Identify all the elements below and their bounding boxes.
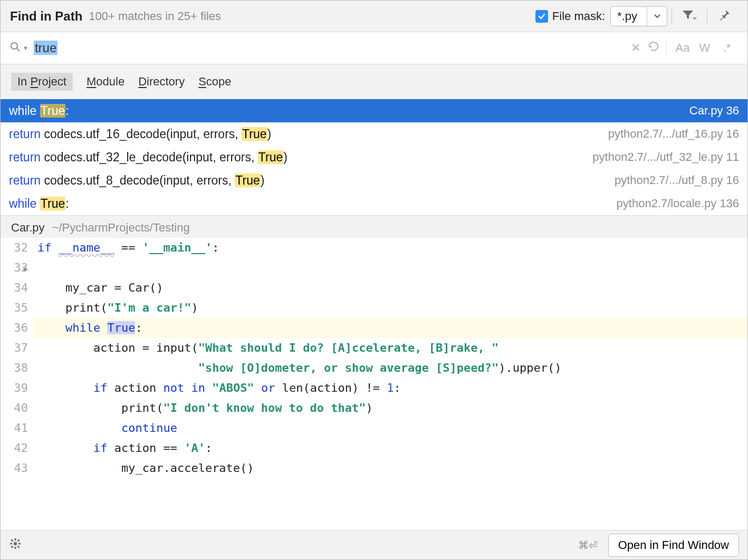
scope-tab-m[interactable]: Module bbox=[87, 75, 124, 89]
dialog-header: Find in Path 100+ matches in 25+ files F… bbox=[1, 1, 747, 32]
svg-line-10 bbox=[18, 539, 20, 541]
file-mask-value: *.py bbox=[611, 9, 647, 23]
gutter: 32 ▶3334353637383940414243 bbox=[1, 238, 33, 530]
search-row: ▼ true ✕ Aa W .* bbox=[1, 32, 747, 64]
svg-line-8 bbox=[18, 546, 20, 547]
dialog-title: Find in Path bbox=[10, 9, 82, 24]
scope-tab-p[interactable]: In Project bbox=[11, 73, 73, 91]
shortcut-label: ⌘⏎ bbox=[578, 539, 598, 552]
file-mask-select[interactable]: *.py bbox=[610, 6, 667, 26]
svg-line-9 bbox=[12, 546, 13, 547]
file-mask-label: File mask: bbox=[552, 9, 605, 23]
result-row[interactable]: while True:Car.py 36 bbox=[1, 99, 747, 122]
scope-tab-d[interactable]: Directory bbox=[138, 75, 185, 89]
search-history-caret-icon[interactable]: ▼ bbox=[23, 45, 28, 51]
code-area[interactable]: if __name__ == '__main__': my_car = Car(… bbox=[33, 238, 747, 530]
open-in-find-window-button[interactable]: Open in Find Window bbox=[608, 534, 739, 557]
words-toggle[interactable]: W bbox=[694, 41, 716, 55]
preview-header: Car.py ~/PycharmProjects/Testing bbox=[1, 215, 747, 238]
scope-tab-s[interactable]: Scope bbox=[198, 75, 231, 89]
result-row[interactable]: return codecs.utf_16_decode(input, error… bbox=[1, 122, 747, 146]
scope-tabs: In ProjectModuleDirectoryScope bbox=[1, 64, 747, 99]
file-mask-checkbox[interactable] bbox=[535, 10, 548, 23]
result-row[interactable]: while True:python2.7/locale.py 136 bbox=[1, 192, 747, 215]
search-input[interactable]: true bbox=[34, 41, 627, 55]
match-summary: 100+ matches in 25+ files bbox=[89, 9, 221, 23]
svg-point-2 bbox=[14, 542, 17, 545]
code-preview[interactable]: 32 ▶3334353637383940414243 if __name__ =… bbox=[1, 238, 747, 530]
footer: ⌘⏎ Open in Find Window bbox=[1, 530, 747, 559]
gear-icon[interactable] bbox=[9, 537, 22, 553]
regex-toggle[interactable]: .* bbox=[716, 41, 738, 55]
chevron-down-icon[interactable] bbox=[647, 7, 667, 26]
result-row[interactable]: return codecs.utf_8_decode(input, errors… bbox=[1, 169, 747, 192]
match-case-toggle[interactable]: Aa bbox=[672, 41, 694, 55]
clear-icon[interactable]: ✕ bbox=[627, 41, 645, 55]
search-icon bbox=[10, 42, 21, 55]
svg-point-0 bbox=[11, 43, 17, 49]
results-list: while True:Car.py 36return codecs.utf_16… bbox=[1, 99, 747, 215]
history-icon[interactable] bbox=[645, 41, 663, 55]
preview-filepath: ~/PycharmProjects/Testing bbox=[52, 221, 190, 235]
filter-icon[interactable] bbox=[676, 9, 703, 23]
pin-icon[interactable] bbox=[712, 9, 738, 24]
svg-line-1 bbox=[17, 49, 20, 51]
svg-line-7 bbox=[12, 539, 13, 541]
preview-filename: Car.py bbox=[11, 221, 45, 235]
result-row[interactable]: return codecs.utf_32_le_decode(input, er… bbox=[1, 146, 747, 169]
